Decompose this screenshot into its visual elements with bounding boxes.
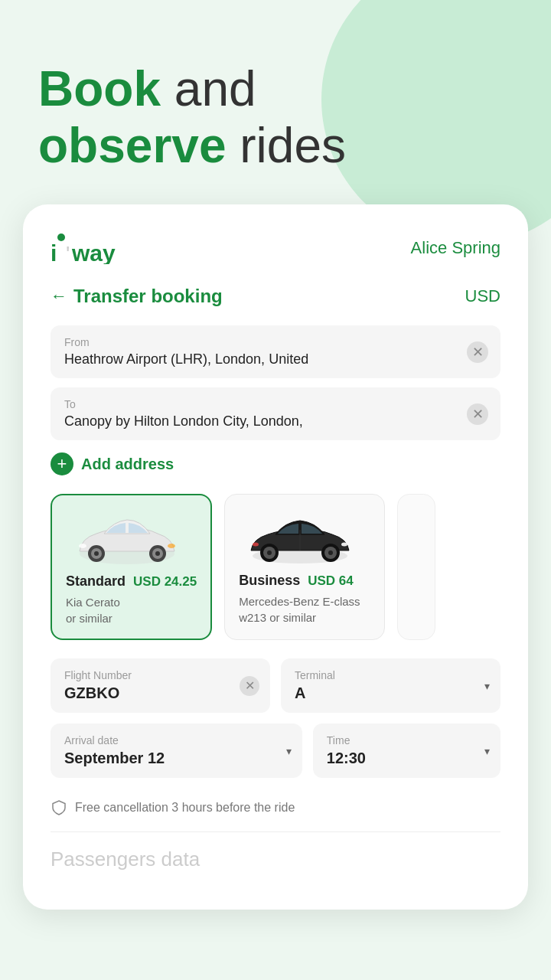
add-address-row[interactable]: + Add address	[51, 452, 500, 475]
booking-nav: ← Transfer booking USD	[51, 286, 500, 307]
terminal-field[interactable]: Terminal A ▾	[281, 658, 500, 713]
from-value: Heathrow Airport (LHR), London, United	[64, 351, 487, 368]
to-label: To	[64, 398, 487, 410]
svg-point-12	[168, 544, 175, 548]
cancellation-text: Free cancellation 3 hours before the rid…	[75, 801, 295, 815]
hero-bold-1: Book	[38, 61, 161, 116]
flight-clear-button[interactable]: ✕	[240, 676, 259, 696]
car-standard-name-row: Standard USD 24.25	[66, 573, 197, 590]
from-field[interactable]: From Heathrow Airport (LHR), London, Uni…	[51, 325, 500, 378]
user-name[interactable]: Alice Spring	[411, 238, 500, 258]
from-clear-button[interactable]: ✕	[467, 341, 488, 363]
logo-svg: i ' way	[51, 232, 127, 264]
car-cerato-image	[66, 509, 188, 570]
arrival-date-value: September 12	[64, 750, 289, 767]
svg-point-16	[267, 550, 272, 555]
section-divider	[51, 831, 500, 832]
svg-point-7	[94, 551, 99, 556]
svg-point-0	[57, 234, 65, 241]
time-value: 12:30	[327, 750, 487, 767]
terminal-dropdown-icon[interactable]: ▾	[484, 680, 490, 692]
add-address-label: Add address	[81, 456, 174, 473]
svg-point-20	[341, 543, 347, 547]
app-card: i ' way Alice Spring ← Transfer booking …	[23, 204, 528, 910]
date-time-row: Arrival date September 12 ▾ Time 12:30 ▾	[51, 724, 500, 778]
car-business-type: Business	[239, 573, 300, 589]
svg-point-21	[253, 543, 259, 547]
time-label: Time	[327, 734, 487, 746]
car-business-price: USD 64	[308, 573, 354, 589]
car-card-partial[interactable]	[397, 494, 435, 640]
car-card-business[interactable]: Business USD 64 Mercedes-Benz E-classw21…	[224, 494, 385, 640]
booking-title: Transfer booking	[73, 286, 223, 307]
back-button[interactable]: ← Transfer booking	[51, 286, 223, 307]
flight-value: GZBKO	[64, 684, 256, 702]
passengers-data-label: Passengers data	[51, 848, 500, 871]
hero-section: Book and observe rides	[0, 0, 551, 204]
svg-text:way: way	[71, 240, 116, 264]
svg-point-10	[155, 551, 160, 556]
terminal-label: Terminal	[295, 669, 487, 681]
to-field[interactable]: To Canopy by Hilton London City, London,…	[51, 387, 500, 440]
svg-point-11	[79, 544, 86, 548]
car-business-name-row: Business USD 64	[239, 573, 370, 589]
car-standard-model: Kia Ceratoor similar	[66, 594, 197, 626]
add-address-icon: +	[51, 452, 73, 475]
terminal-value: A	[295, 684, 487, 702]
hero-bold-2: observe	[38, 118, 226, 173]
time-field[interactable]: Time 12:30 ▾	[313, 724, 500, 778]
to-clear-button[interactable]: ✕	[467, 403, 488, 425]
cancellation-row: Free cancellation 3 hours before the rid…	[51, 793, 500, 828]
currency-selector[interactable]: USD	[465, 286, 500, 306]
arrival-date-label: Arrival date	[64, 734, 289, 746]
svg-point-19	[328, 550, 333, 555]
svg-text:i: i	[51, 240, 57, 264]
time-dropdown-icon[interactable]: ▾	[484, 745, 490, 757]
hero-normal-1: and	[161, 61, 256, 116]
flight-field[interactable]: Flight Number GZBKO ✕	[51, 658, 270, 713]
arrival-date-field[interactable]: Arrival date September 12 ▾	[51, 724, 302, 778]
car-business-model: Mercedes-Benz E-classw213 or similar	[239, 593, 370, 626]
car-selection: Standard USD 24.25 Kia Ceratoor similar	[51, 494, 500, 640]
flight-label: Flight Number	[64, 669, 256, 681]
flight-terminal-row: Flight Number GZBKO ✕ Terminal A ▾	[51, 658, 500, 713]
to-value: Canopy by Hilton London City, London,	[64, 413, 487, 430]
logo: i ' way	[51, 232, 127, 264]
car-standard-price: USD 24.25	[133, 574, 197, 590]
card-header: i ' way Alice Spring	[51, 232, 500, 264]
car-card-standard[interactable]: Standard USD 24.25 Kia Ceratoor similar	[51, 494, 212, 640]
car-mercedes-image	[239, 508, 361, 570]
from-label: From	[64, 336, 487, 348]
shield-icon	[51, 799, 67, 816]
arrival-date-dropdown-icon[interactable]: ▾	[286, 745, 292, 757]
back-arrow-icon: ←	[51, 286, 67, 306]
hero-title: Book and observe rides	[38, 61, 513, 174]
svg-text:': '	[66, 242, 70, 264]
hero-normal-2: rides	[226, 118, 346, 173]
car-standard-type: Standard	[66, 573, 126, 590]
